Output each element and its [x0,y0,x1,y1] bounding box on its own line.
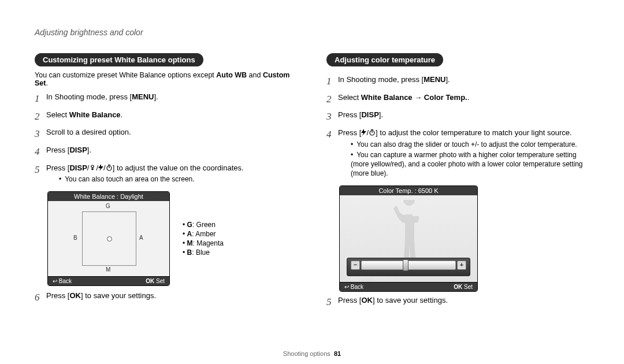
ok-button-label: OK [69,291,81,300]
back-icon-2: ↩ [344,284,349,290]
r-step-2-arrow: → [413,93,424,102]
step-1: 1 In Shooting mode, press [MENU]. [35,92,298,106]
slider-handle [403,259,408,271]
flash-icon [98,164,103,171]
wb-grid [82,211,136,266]
ok-button-label-r: OK [361,296,373,304]
disp-button-label-2: DISP [69,164,87,172]
back-label-2: Back [351,284,363,290]
step-4-post: ]. [87,146,91,154]
menu-button-label: MENU [132,92,154,101]
lcd-back: ↩ Back [53,278,72,284]
minus-button: − [351,261,360,270]
intro-pre: You can customize preset White Balance o… [35,71,216,79]
step-5-post: ] to adjust the value on the coordinates… [113,164,244,172]
macro-icon [89,164,96,171]
intro-mid: and [247,71,263,79]
r-step-4-sub2: You can capture a warmer photo with a hi… [351,150,589,179]
disp-button-label: DISP [69,146,87,154]
legend-b: B: Blue [183,248,224,257]
r-step-2-pre: Select [338,93,361,102]
r-step-4-pre: Press [ [338,128,361,137]
lcd2-back: ↩ Back [344,284,363,290]
scale-low: 3000K [361,277,374,283]
r-step-2-post: . [467,93,470,102]
r-step-5-pre: Press [ [338,296,361,304]
menu-button-label-r: MENU [424,75,445,84]
r-step-5: 5 Press [OK] to save your settings. [326,295,589,310]
step-5-pre: Press [ [46,164,69,172]
lcd-title: White Balance : Daylight [48,192,169,201]
r-step-2-b2: Color Temp. [424,93,467,102]
step-4: 4 Press [DISP]. [35,145,298,159]
footer-page-number: 81 [334,350,341,357]
legend-g: G: Green [183,221,224,229]
step-1-post: ]. [154,92,158,101]
intro-text: You can customize preset White Balance o… [35,71,298,87]
r-step-4-sub1: You can also drag the slider or touch +/… [351,140,589,149]
step-3-body: Scroll to a desired option. [46,127,298,138]
lcd2-title: Color Temp. : 6500 K [340,186,477,195]
timer-icon [106,164,113,171]
intro-post: . [46,79,47,87]
step-6: 6 Press [OK] to save your settings. [35,291,298,305]
step-2-post: . [121,110,123,119]
lcd-set: OK Set [146,278,165,284]
timer-icon [369,129,376,136]
r-step-2-b1: White Balance [361,93,413,102]
step-5: 5 Press [DISP///] to adjust the value on… [35,163,298,188]
axis-label-a: A [139,235,143,241]
step-5-sub: You can also touch an area on the screen… [59,174,298,184]
r-step-1-post: ]. [445,75,450,84]
lcd2-set: OK Set [454,284,473,290]
step-6-post: ] to save your settings. [81,291,156,300]
page-footer: Shooting options 81 [0,350,624,357]
step-6-pre: Press [ [46,291,69,300]
back-label: Back [59,278,72,284]
intro-bold-autowb: Auto WB [216,71,247,79]
section-badge-colortemp: Adjusting color temperature [326,53,443,66]
axis-label-b: B [73,235,77,241]
step-2: 2 Select White Balance. [35,110,298,124]
legend-a: A: Amber [183,230,224,238]
r-step-1-pre: In Shooting mode, press [ [338,75,424,84]
set-label: Set [156,278,165,284]
r-step-4: 4 Press [/] to adjust the color temperat… [326,128,589,182]
right-column: Adjusting color temperature 1 In Shootin… [326,53,589,313]
r-step-2: 2 Select White Balance → Color Temp.. [326,92,589,107]
back-icon: ↩ [53,278,57,284]
slider-track [361,261,456,270]
ok-label-2: OK [454,284,462,290]
axis-label-g: G [106,203,110,209]
wb-legend: G: Green A: Amber M: Magenta B: Blue [183,220,224,258]
step-2-bold: White Balance [69,110,121,119]
scale-high: 10000K [440,277,456,283]
axis-label-m: M [106,266,110,273]
disp-button-label-r: DISP [361,110,378,119]
colortemp-slider: − + 3000K 10000K [347,258,470,276]
step-4-pre: Press [ [46,146,69,154]
r-step-4-post: ] to adjust the color temperature to mat… [376,128,572,137]
step-2-pre: Select [46,110,69,119]
set-label-2: Set [464,284,473,290]
footer-section: Shooting options [283,350,330,357]
page-title: Adjusting brightness and color [35,28,589,37]
left-column: Customizing preset White Balance options… [35,53,298,313]
wb-grid-lcd: White Balance : Daylight G M B A ↩ Back … [47,191,170,286]
legend-m: M: Magenta [183,239,224,247]
plus-button: + [457,261,466,270]
colortemp-lcd: Color Temp. : 6500 K − + 3000K 10000K [339,185,478,292]
section-badge-customizing: Customizing preset White Balance options [35,53,203,66]
step-3: 3 Scroll to a desired option. [35,127,298,142]
ok-label: OK [146,278,154,284]
r-step-3-post: ]. [379,110,383,119]
svg-marker-0 [98,164,103,171]
r-step-5-post: ] to save your settings. [373,296,448,304]
r-step-3-pre: Press [ [338,110,361,119]
r-step-1: 1 In Shooting mode, press [MENU]. [326,75,589,89]
r-step-3: 3 Press [DISP]. [326,110,589,124]
step-1-pre: In Shooting mode, press [ [46,92,132,101]
